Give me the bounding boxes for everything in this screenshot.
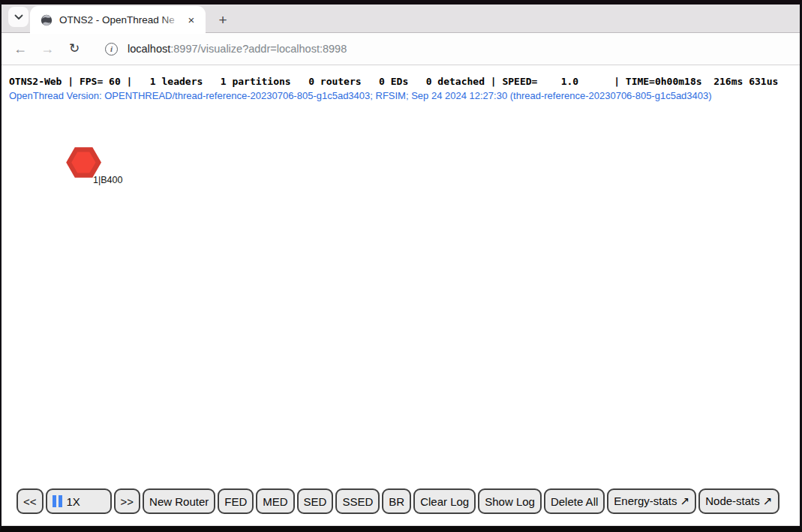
clear-log-button[interactable]: Clear Log bbox=[413, 488, 476, 514]
forward-button[interactable]: → bbox=[38, 39, 57, 59]
simulator-status-line: OTNS2-Web | FPS= 60 | 1 leaders 1 partit… bbox=[9, 76, 778, 87]
speed-label: 1X bbox=[67, 495, 80, 508]
back-button[interactable]: ← bbox=[11, 39, 30, 59]
tab-list-button[interactable] bbox=[8, 7, 29, 27]
new-fed-button[interactable]: FED bbox=[218, 488, 254, 514]
navigation-bar: ← → ↻ i localhost:8997/visualize?addr=lo… bbox=[2, 33, 800, 65]
tab-close-icon[interactable]: × bbox=[185, 14, 198, 27]
node-stats-button[interactable]: Node-stats ↗ bbox=[698, 488, 779, 514]
tab-title: OTNS2 - OpenThread Ne bbox=[59, 14, 182, 27]
chevron-down-icon bbox=[14, 14, 23, 20]
new-sed-button[interactable]: SED bbox=[297, 488, 334, 514]
speed-toggle-button[interactable]: 1X bbox=[46, 488, 112, 514]
new-router-button[interactable]: New Router bbox=[143, 488, 215, 514]
page-info-icon[interactable]: i bbox=[105, 43, 118, 56]
new-med-button[interactable]: MED bbox=[256, 488, 294, 514]
openthread-version-link[interactable]: OpenThread Version: OPENTHREAD/thread-re… bbox=[9, 90, 712, 101]
tab-strip: OTNS2 - OpenThread Ne × + bbox=[2, 5, 800, 33]
url-text[interactable]: localhost:8997/visualize?addr=localhost:… bbox=[128, 43, 347, 55]
new-tab-button[interactable]: + bbox=[214, 11, 232, 29]
speed-down-button[interactable]: << bbox=[17, 488, 44, 514]
show-log-button[interactable]: Show Log bbox=[478, 488, 542, 514]
action-toolbar: << 1X >> New Router FED MED SED SSED BR … bbox=[17, 488, 792, 514]
globe-favicon-icon bbox=[41, 14, 53, 26]
new-ssed-button[interactable]: SSED bbox=[335, 488, 380, 514]
delete-all-button[interactable]: Delete All bbox=[544, 488, 605, 514]
pause-icon bbox=[53, 495, 62, 507]
browser-tab[interactable]: OTNS2 - OpenThread Ne × bbox=[30, 6, 206, 34]
node-leader[interactable]: 1|B400 bbox=[66, 146, 102, 180]
reload-button[interactable]: ↻ bbox=[65, 39, 84, 59]
address-bar[interactable]: i localhost:8997/visualize?addr=localhos… bbox=[105, 43, 347, 56]
node-label: 1|B400 bbox=[93, 175, 122, 185]
energy-stats-button[interactable]: Energy-stats ↗ bbox=[607, 488, 696, 514]
simulator-canvas: OTNS2-Web | FPS= 60 | 1 leaders 1 partit… bbox=[2, 65, 800, 525]
new-br-button[interactable]: BR bbox=[382, 488, 411, 514]
speed-up-button[interactable]: >> bbox=[114, 488, 141, 514]
browser-window: OTNS2 - OpenThread Ne × + ← → ↻ i localh… bbox=[0, 0, 802, 532]
